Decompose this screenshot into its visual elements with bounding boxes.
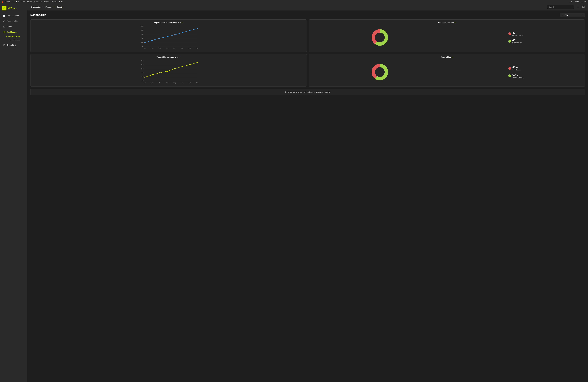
svg-point-53 (159, 72, 160, 73)
sidebar-label-code-insights: Code insights (7, 20, 18, 22)
legend-uncovered: 40 Code uncovered (508, 31, 523, 36)
search-input[interactable] (547, 5, 574, 9)
successful-label: Tests successful (512, 77, 523, 78)
project-dropdown[interactable]: Project X ▾ (45, 5, 55, 8)
project-label: Project X (45, 6, 53, 8)
sidebar-label-dashboards: Dashboards (7, 31, 17, 33)
svg-rect-3 (4, 32, 5, 33)
successful-pct: 60% (512, 73, 523, 77)
requirements-chart-card: Requirements in status done in % ▼ (30, 20, 307, 52)
filter-dropdown[interactable]: ▼ Filter ▼ (560, 13, 585, 17)
menubar: 🍎 Safari File Edit View History Bookmark… (0, 0, 588, 3)
sidebar-item-filters[interactable]: { } Filters (1, 24, 26, 29)
svg-text:Jun: Jun (181, 82, 183, 84)
filter-label: Filter (565, 14, 568, 16)
menu-history[interactable]: History (26, 1, 31, 3)
svg-text:80%: 80% (141, 64, 144, 65)
user-icon[interactable] (582, 5, 586, 9)
menu-bookmarks[interactable]: Bookmarks (34, 1, 42, 3)
tests-failing-donut-area: 40% Tests failed 60% Tests successful (311, 60, 583, 85)
banner-text: Enhance your analysis with customized tr… (285, 91, 331, 93)
menu-edit[interactable]: Edit (16, 1, 19, 3)
org-arrow: ▾ (42, 6, 42, 8)
svg-point-22 (159, 38, 160, 39)
svg-text:May: May (173, 47, 176, 49)
menu-view[interactable]: View (21, 1, 24, 3)
code-icon: ⬡ (3, 20, 5, 22)
filter-funnel-icon: ▼ (562, 14, 564, 16)
menu-safari[interactable]: Safari (5, 1, 10, 3)
failed-dot (508, 67, 511, 70)
svg-text:0%: 0% (142, 80, 144, 81)
sidebar-item-documentation[interactable]: 📄 Documentation (1, 13, 26, 18)
svg-text:Jul: Jul (189, 82, 190, 84)
dashboard-icon (3, 31, 5, 33)
svg-point-52 (152, 74, 153, 75)
test-coverage-chart-arrow[interactable]: ▼ (454, 22, 456, 23)
svg-text:Aug: Aug (196, 82, 198, 84)
theme-toggle-icon[interactable]: ☀ (576, 5, 580, 9)
filter-icon: { } (3, 25, 5, 28)
svg-point-55 (174, 68, 175, 69)
svg-point-25 (182, 32, 183, 33)
svg-text:60%: 60% (141, 68, 144, 69)
svg-point-7 (583, 6, 584, 7)
svg-text:60%: 60% (141, 33, 144, 35)
traceability-chart-arrow[interactable]: ▼ (179, 56, 180, 58)
sidebar-item-project-overview[interactable]: ▾ Project overview (5, 35, 26, 38)
tests-failing-legend: 40% Tests failed 60% Tests successful (508, 66, 523, 78)
content-area: Dashboards ▼ Filter ▼ Requirements in st… (27, 10, 588, 382)
sidebar-item-traceability[interactable]: Traceability (1, 42, 26, 47)
tests-failing-donut (371, 63, 389, 81)
svg-text:Mar: Mar (159, 82, 161, 84)
sidebar-item-code-insights[interactable]: ⬡ Code insights (1, 19, 26, 24)
sidebar-item-dashboards[interactable]: Dashboards (1, 30, 26, 35)
menu-file[interactable]: File (12, 1, 14, 3)
tests-failing-chart-title: Tests failing ▼ (311, 56, 583, 58)
chevron-right-icon: › (7, 39, 8, 41)
org-label: Organisation (31, 6, 41, 8)
menubar-time: 05:00 (570, 1, 574, 3)
svg-text:40%: 40% (141, 37, 144, 39)
version-label: latest (57, 6, 62, 8)
svg-text:100%: 100% (141, 25, 144, 27)
svg-text:Aug: Aug (196, 47, 198, 49)
svg-rect-0 (3, 31, 4, 32)
svg-point-27 (197, 28, 198, 29)
svg-text:20%: 20% (141, 41, 144, 43)
svg-text:Apr: Apr (166, 47, 168, 49)
svg-text:80%: 80% (141, 29, 144, 31)
sidebar-item-my-dashboards[interactable]: › My dashboards (5, 38, 26, 42)
traceability-line-chart: 100% 80% 60% 40% 20% 0% (32, 60, 305, 85)
chevron-down-icon: ▾ (6, 36, 7, 37)
bottom-banner: Enhance your analysis with customized tr… (30, 89, 585, 95)
legend-successful: 60% Tests successful (508, 73, 523, 78)
dashboard-grid: Requirements in status done in % ▼ (30, 20, 585, 87)
svg-point-26 (189, 30, 190, 31)
version-dropdown[interactable]: latest ▾ (57, 5, 64, 8)
sidebar-label-traceability: Traceability (7, 44, 16, 46)
svg-point-24 (174, 34, 175, 35)
tests-failing-chart-arrow[interactable]: ▼ (452, 56, 453, 58)
covered-dot (508, 40, 511, 42)
svg-point-57 (189, 64, 190, 65)
tests-failing-chart-card: Tests failing ▼ (309, 54, 585, 87)
apple-menu[interactable]: 🍎 (1, 1, 3, 3)
requirements-chart-arrow[interactable]: ▼ (182, 22, 184, 23)
org-dropdown[interactable]: Organisation ▾ (30, 5, 43, 8)
svg-point-21 (152, 40, 153, 41)
svg-point-56 (182, 66, 183, 67)
svg-text:100%: 100% (141, 60, 144, 62)
test-coverage-chart-title: Test coverage in % ▼ (311, 21, 583, 23)
svg-point-38 (376, 33, 384, 42)
covered-pct: 60 (512, 39, 522, 42)
menu-help[interactable]: Help (59, 1, 63, 3)
traceability-icon (3, 44, 5, 46)
menu-develop[interactable]: Develop (44, 1, 50, 3)
page-header: Dashboards ▼ Filter ▼ (30, 13, 585, 17)
test-coverage-donut (371, 28, 389, 47)
menubar-date: Thu 1. Aug 11:05 (575, 1, 587, 3)
traceability-chart-title: Traceability coverage in % ▼ (32, 56, 305, 58)
menu-window[interactable]: Window (52, 1, 57, 3)
svg-text:Jun: Jun (181, 47, 183, 49)
